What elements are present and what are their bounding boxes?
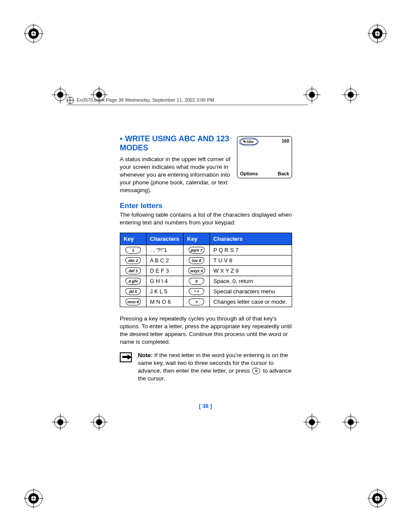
characters-cell: A B C 2 bbox=[146, 255, 184, 266]
keypad-key-icon: mno 6 bbox=[125, 299, 141, 305]
print-header: En3570.book Page 38 Wednesday, September… bbox=[67, 97, 308, 105]
characters-cell: P Q R S 7 bbox=[210, 245, 292, 255]
characters-cell: T U V 8 bbox=[210, 255, 292, 266]
keypad-key-icon: * + bbox=[189, 288, 204, 295]
key-icon-cell: abc 2 bbox=[120, 255, 146, 266]
note-text: Note: If the next letter in the word you… bbox=[138, 352, 292, 382]
col-header-characters: Characters bbox=[210, 233, 292, 245]
table-row: mno 6M N O 6#Changes letter case or mode… bbox=[120, 297, 292, 307]
key-icon-cell: 1 bbox=[120, 245, 146, 255]
crop-mark-icon bbox=[342, 86, 359, 103]
keypad-key-icon: 4 ghi bbox=[125, 278, 141, 285]
characters-cell: W X Y Z 9 bbox=[210, 266, 292, 276]
softkey-right-label: Back bbox=[278, 171, 289, 176]
subsection-heading: Enter letters bbox=[120, 202, 292, 210]
characters-cell: G H I 4 bbox=[146, 276, 184, 286]
key-icon-cell: def 3 bbox=[120, 266, 146, 276]
key-icon-cell: wxyz 9 bbox=[184, 266, 210, 276]
keypad-key-icon: abc 2 bbox=[125, 257, 141, 264]
characters-cell: . , '?!"1 bbox=[146, 245, 184, 255]
inline-key-icon: 0 bbox=[252, 368, 260, 374]
print-header-text: En3570.book Page 38 Wednesday, September… bbox=[77, 97, 214, 103]
after-table-paragraph: Pressing a key repeatedly cycles you thr… bbox=[120, 315, 292, 345]
keypad-key-icon: pqrs 7 bbox=[189, 247, 205, 254]
char-counter: 160 bbox=[282, 139, 289, 143]
section-heading: •WRITE USING ABC AND 123 MODES bbox=[120, 134, 231, 152]
key-icon-cell: 4 ghi bbox=[120, 276, 146, 286]
table-row: 1. , '?!"1pqrs 7P Q R S 7 bbox=[120, 245, 292, 255]
bullet-icon: • bbox=[120, 134, 122, 143]
characters-cell: J K L 5 bbox=[146, 286, 184, 297]
crop-mark-icon bbox=[52, 414, 69, 431]
table-row: 4 ghiG H I 40Space, 0, return bbox=[120, 276, 292, 286]
characters-cell: M N O 6 bbox=[146, 297, 184, 307]
key-characters-table: Key Characters Key Characters 1. , '?!"1… bbox=[120, 233, 292, 307]
table-row: def 3D E F 3wxyz 9W X Y Z 9 bbox=[120, 266, 292, 276]
key-icon-cell: * + bbox=[184, 286, 210, 297]
key-icon-cell: jkl 5 bbox=[120, 286, 146, 297]
key-icon-cell: 0 bbox=[184, 276, 210, 286]
keypad-key-icon: def 3 bbox=[125, 268, 141, 274]
characters-cell: Changes letter case or mode. bbox=[210, 297, 292, 307]
registration-mark-icon bbox=[24, 24, 44, 44]
keypad-key-icon: # bbox=[189, 299, 204, 305]
key-icon-cell: mno 6 bbox=[120, 297, 146, 307]
key-icon-cell: pqrs 7 bbox=[184, 245, 210, 255]
col-header-key: Key bbox=[120, 233, 146, 245]
table-row: jkl 5J K L 5* +Special characters menu bbox=[120, 286, 292, 297]
keypad-key-icon: 1 bbox=[125, 247, 141, 254]
registration-mark-icon bbox=[24, 488, 44, 508]
mode-indicator: ✎Abc bbox=[240, 139, 258, 145]
characters-cell: Special characters menu bbox=[210, 286, 292, 297]
keypad-key-icon: tuv 8 bbox=[189, 257, 204, 264]
keypad-key-icon: wxyz 9 bbox=[188, 268, 205, 274]
key-icon-cell: tuv 8 bbox=[184, 255, 210, 266]
note-icon bbox=[120, 352, 132, 362]
characters-cell: Space, 0, return bbox=[210, 276, 292, 286]
softkey-left-label: Options bbox=[240, 171, 258, 176]
registration-mark-icon bbox=[367, 488, 387, 508]
subsection-intro: The following table contains a list of t… bbox=[120, 211, 292, 227]
section-title-text: WRITE USING ABC AND 123 MODES bbox=[120, 134, 229, 152]
col-header-key: Key bbox=[184, 233, 210, 245]
crop-mark-icon bbox=[342, 414, 359, 431]
note-block: Note: If the next letter in the word you… bbox=[120, 352, 292, 382]
col-header-characters: Characters bbox=[146, 233, 184, 245]
phone-screen-illustration: ✎Abc 160 Options Back bbox=[237, 136, 292, 178]
crop-mark-icon bbox=[90, 414, 108, 431]
crop-mark-icon bbox=[303, 414, 321, 431]
keypad-key-icon: 0 bbox=[189, 278, 204, 285]
note-label: Note: bbox=[138, 352, 153, 358]
intro-paragraph: A status indicator in the upper left cor… bbox=[120, 156, 231, 194]
registration-mark-icon bbox=[367, 24, 387, 44]
characters-cell: D E F 3 bbox=[146, 266, 184, 276]
key-icon-cell: # bbox=[184, 297, 210, 307]
page-number: [ 38 ] bbox=[0, 403, 411, 409]
keypad-key-icon: jkl 5 bbox=[125, 288, 141, 295]
table-row: abc 2A B C 2tuv 8T U V 8 bbox=[120, 255, 292, 266]
crop-mark-icon bbox=[52, 86, 69, 103]
